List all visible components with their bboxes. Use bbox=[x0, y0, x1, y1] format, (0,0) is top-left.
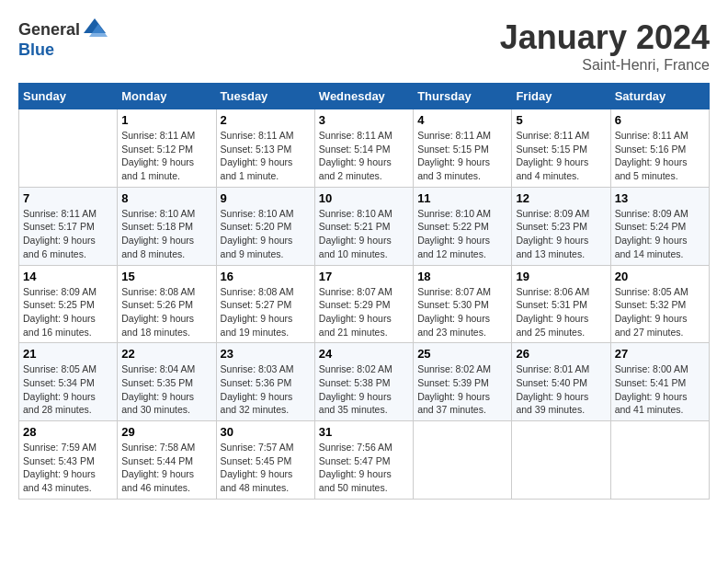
day-info: Sunrise: 8:07 AM Sunset: 5:30 PM Dayligh… bbox=[417, 285, 507, 339]
calendar-day-cell: 1 Sunrise: 8:11 AM Sunset: 5:12 PM Dayli… bbox=[118, 109, 216, 188]
calendar-day-cell: 6 Sunrise: 8:11 AM Sunset: 5:16 PM Dayli… bbox=[610, 109, 709, 188]
day-info: Sunrise: 8:08 AM Sunset: 5:26 PM Dayligh… bbox=[121, 285, 211, 339]
calendar-day-cell: 16 Sunrise: 8:08 AM Sunset: 5:27 PM Dayl… bbox=[216, 265, 314, 343]
day-info: Sunrise: 8:11 AM Sunset: 5:15 PM Dayligh… bbox=[516, 129, 606, 183]
day-number: 19 bbox=[516, 270, 606, 283]
day-number: 3 bbox=[319, 113, 409, 127]
day-number: 30 bbox=[221, 425, 311, 439]
day-number: 13 bbox=[615, 191, 705, 205]
calendar-day-cell: 22 Sunrise: 8:04 AM Sunset: 5:35 PM Dayl… bbox=[118, 343, 216, 421]
calendar-day-cell: 19 Sunrise: 8:06 AM Sunset: 5:31 PM Dayl… bbox=[512, 265, 610, 343]
day-info: Sunrise: 8:05 AM Sunset: 5:34 PM Dayligh… bbox=[23, 362, 113, 417]
day-info: Sunrise: 7:56 AM Sunset: 5:47 PM Dayligh… bbox=[319, 441, 409, 495]
day-info: Sunrise: 8:11 AM Sunset: 5:16 PM Dayligh… bbox=[615, 129, 705, 183]
calendar-day-header: Monday bbox=[118, 84, 216, 109]
day-info: Sunrise: 8:10 AM Sunset: 5:21 PM Dayligh… bbox=[319, 207, 409, 261]
day-info: Sunrise: 8:09 AM Sunset: 5:23 PM Dayligh… bbox=[516, 207, 606, 261]
day-number: 11 bbox=[417, 191, 507, 205]
calendar-day-cell: 28 Sunrise: 7:59 AM Sunset: 5:43 PM Dayl… bbox=[19, 421, 118, 500]
day-number: 1 bbox=[121, 113, 211, 127]
day-info: Sunrise: 8:09 AM Sunset: 5:25 PM Dayligh… bbox=[23, 285, 113, 339]
day-number: 28 bbox=[23, 425, 113, 439]
day-number: 6 bbox=[615, 113, 705, 127]
calendar-day-cell bbox=[19, 109, 118, 188]
day-info: Sunrise: 8:08 AM Sunset: 5:27 PM Dayligh… bbox=[221, 285, 311, 339]
calendar-day-cell: 12 Sunrise: 8:09 AM Sunset: 5:23 PM Dayl… bbox=[512, 187, 610, 265]
calendar-day-cell: 24 Sunrise: 8:02 AM Sunset: 5:38 PM Dayl… bbox=[314, 343, 413, 421]
day-info: Sunrise: 8:03 AM Sunset: 5:36 PM Dayligh… bbox=[221, 362, 311, 417]
day-number: 10 bbox=[319, 191, 409, 205]
day-number: 5 bbox=[516, 113, 606, 127]
calendar-day-cell: 15 Sunrise: 8:08 AM Sunset: 5:26 PM Dayl… bbox=[118, 265, 216, 343]
calendar-day-cell: 3 Sunrise: 8:11 AM Sunset: 5:14 PM Dayli… bbox=[314, 109, 413, 188]
calendar-day-cell: 11 Sunrise: 8:10 AM Sunset: 5:22 PM Dayl… bbox=[414, 187, 512, 265]
day-number: 18 bbox=[417, 270, 507, 283]
title-block: January 2024 Saint-Henri, France bbox=[500, 18, 710, 74]
day-number: 14 bbox=[23, 270, 113, 283]
calendar-day-cell bbox=[512, 421, 610, 500]
day-number: 15 bbox=[121, 270, 211, 283]
calendar-day-cell bbox=[610, 421, 709, 500]
calendar-day-header: Sunday bbox=[19, 84, 118, 109]
day-number: 25 bbox=[417, 347, 507, 361]
day-info: Sunrise: 8:02 AM Sunset: 5:38 PM Dayligh… bbox=[319, 362, 409, 417]
calendar-day-cell: 14 Sunrise: 8:09 AM Sunset: 5:25 PM Dayl… bbox=[19, 265, 118, 343]
calendar-week-row: 7 Sunrise: 8:11 AM Sunset: 5:17 PM Dayli… bbox=[19, 187, 710, 265]
calendar-day-cell: 18 Sunrise: 8:07 AM Sunset: 5:30 PM Dayl… bbox=[414, 265, 512, 343]
month-title: January 2024 bbox=[500, 18, 710, 57]
location-title: Saint-Henri, France bbox=[500, 57, 710, 74]
day-number: 16 bbox=[221, 270, 311, 283]
day-info: Sunrise: 8:10 AM Sunset: 5:22 PM Dayligh… bbox=[417, 207, 507, 261]
calendar-day-cell: 10 Sunrise: 8:10 AM Sunset: 5:21 PM Dayl… bbox=[314, 187, 413, 265]
calendar-day-cell: 5 Sunrise: 8:11 AM Sunset: 5:15 PM Dayli… bbox=[512, 109, 610, 188]
day-number: 12 bbox=[516, 191, 606, 205]
day-number: 20 bbox=[615, 270, 705, 283]
day-number: 4 bbox=[417, 113, 507, 127]
day-info: Sunrise: 7:59 AM Sunset: 5:43 PM Dayligh… bbox=[23, 441, 113, 495]
day-number: 21 bbox=[23, 347, 113, 361]
calendar-day-cell: 17 Sunrise: 8:07 AM Sunset: 5:29 PM Dayl… bbox=[314, 265, 413, 343]
calendar-header-row: SundayMondayTuesdayWednesdayThursdayFrid… bbox=[19, 84, 710, 109]
logo-general-text: General bbox=[18, 20, 80, 40]
day-number: 17 bbox=[319, 270, 409, 283]
day-number: 29 bbox=[121, 425, 211, 439]
day-info: Sunrise: 8:02 AM Sunset: 5:39 PM Dayligh… bbox=[417, 362, 507, 417]
logo-blue-text: Blue bbox=[18, 40, 54, 60]
calendar-day-header: Thursday bbox=[414, 84, 512, 109]
calendar-day-cell: 30 Sunrise: 7:57 AM Sunset: 5:45 PM Dayl… bbox=[216, 421, 314, 500]
calendar-week-row: 28 Sunrise: 7:59 AM Sunset: 5:43 PM Dayl… bbox=[19, 421, 710, 500]
day-info: Sunrise: 7:58 AM Sunset: 5:44 PM Dayligh… bbox=[121, 441, 211, 495]
calendar-day-cell: 25 Sunrise: 8:02 AM Sunset: 5:39 PM Dayl… bbox=[414, 343, 512, 421]
day-info: Sunrise: 8:09 AM Sunset: 5:24 PM Dayligh… bbox=[615, 207, 705, 261]
day-number: 9 bbox=[221, 191, 311, 205]
day-info: Sunrise: 7:57 AM Sunset: 5:45 PM Dayligh… bbox=[221, 441, 311, 495]
day-info: Sunrise: 8:05 AM Sunset: 5:32 PM Dayligh… bbox=[615, 285, 705, 339]
calendar-week-row: 21 Sunrise: 8:05 AM Sunset: 5:34 PM Dayl… bbox=[19, 343, 710, 421]
day-number: 24 bbox=[319, 347, 409, 361]
calendar-day-cell: 9 Sunrise: 8:10 AM Sunset: 5:20 PM Dayli… bbox=[216, 187, 314, 265]
calendar-day-cell: 8 Sunrise: 8:10 AM Sunset: 5:18 PM Dayli… bbox=[118, 187, 216, 265]
calendar-day-cell: 23 Sunrise: 8:03 AM Sunset: 5:36 PM Dayl… bbox=[216, 343, 314, 421]
day-info: Sunrise: 8:04 AM Sunset: 5:35 PM Dayligh… bbox=[121, 362, 211, 417]
day-number: 7 bbox=[23, 191, 113, 205]
calendar-day-cell: 29 Sunrise: 7:58 AM Sunset: 5:44 PM Dayl… bbox=[118, 421, 216, 500]
day-number: 26 bbox=[516, 347, 606, 361]
day-info: Sunrise: 8:10 AM Sunset: 5:18 PM Dayligh… bbox=[121, 207, 211, 261]
calendar-day-header: Friday bbox=[512, 84, 610, 109]
day-info: Sunrise: 8:00 AM Sunset: 5:41 PM Dayligh… bbox=[615, 362, 705, 417]
day-number: 8 bbox=[121, 191, 211, 205]
day-info: Sunrise: 8:11 AM Sunset: 5:12 PM Dayligh… bbox=[121, 129, 211, 183]
calendar-day-cell: 26 Sunrise: 8:01 AM Sunset: 5:40 PM Dayl… bbox=[512, 343, 610, 421]
day-info: Sunrise: 8:10 AM Sunset: 5:20 PM Dayligh… bbox=[221, 207, 311, 261]
day-info: Sunrise: 8:07 AM Sunset: 5:29 PM Dayligh… bbox=[319, 285, 409, 339]
calendar-table: SundayMondayTuesdayWednesdayThursdayFrid… bbox=[18, 83, 710, 500]
calendar-day-cell: 27 Sunrise: 8:00 AM Sunset: 5:41 PM Dayl… bbox=[610, 343, 709, 421]
page-header: General Blue January 2024 Saint-Henri, F… bbox=[18, 18, 710, 74]
calendar-day-header: Tuesday bbox=[216, 84, 314, 109]
logo: General Blue bbox=[18, 18, 108, 60]
calendar-day-cell: 13 Sunrise: 8:09 AM Sunset: 5:24 PM Dayl… bbox=[610, 187, 709, 265]
day-number: 22 bbox=[121, 347, 211, 361]
day-info: Sunrise: 8:11 AM Sunset: 5:14 PM Dayligh… bbox=[319, 129, 409, 183]
logo-icon bbox=[82, 15, 108, 40]
calendar-day-cell: 4 Sunrise: 8:11 AM Sunset: 5:15 PM Dayli… bbox=[414, 109, 512, 188]
